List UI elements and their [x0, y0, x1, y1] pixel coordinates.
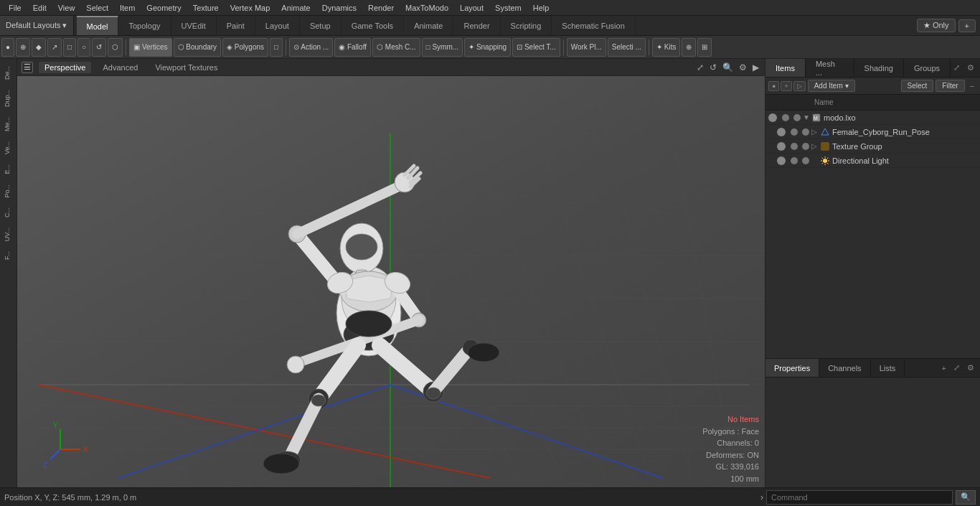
vis-dot2-texture[interactable]: [788, 143, 800, 150]
vis-dot-cyborg[interactable]: [777, 128, 786, 136]
tool-circle[interactable]: ○: [77, 38, 90, 57]
tab-layout[interactable]: Layout: [255, 16, 300, 35]
tool-square1[interactable]: □: [63, 38, 76, 57]
tool-polygons[interactable]: ◈ Polygons: [222, 38, 268, 57]
sidebar-tab-f[interactable]: F...: [1, 247, 16, 264]
filter-btn[interactable]: Filter: [936, 80, 964, 92]
expand-modo[interactable]: ▼: [803, 113, 811, 121]
tool-falloff[interactable]: ◉ Falloff: [334, 38, 371, 57]
tool-mode-square[interactable]: □: [270, 38, 283, 57]
tool-grid[interactable]: ⊞: [697, 38, 712, 57]
vis-dot2-light[interactable]: [788, 157, 800, 164]
menu-vertex-map[interactable]: Vertex Map: [225, 2, 276, 14]
tab-scripting[interactable]: Scripting: [501, 16, 552, 35]
menu-view[interactable]: View: [52, 2, 81, 14]
viewport[interactable]: ☰ Perspective Advanced Viewport Textures…: [17, 59, 765, 487]
add-layout-button[interactable]: +: [958, 19, 976, 32]
tool-select[interactable]: ◆: [32, 38, 46, 57]
item-texture-group[interactable]: ▷ Texture Group: [765, 139, 980, 154]
menu-texture[interactable]: Texture: [187, 2, 225, 14]
tool-select-t[interactable]: ⊡ Select T...: [512, 38, 560, 57]
menu-help[interactable]: Help: [527, 2, 555, 14]
tool-kits[interactable]: ✦ Kits: [652, 38, 680, 57]
tool-dot[interactable]: ●: [1, 38, 14, 57]
props-tab-channels[interactable]: Channels: [819, 359, 870, 377]
item-cyborg[interactable]: ▷ Female_Cyborg_Run_Pose: [765, 125, 980, 139]
vis-toggle-1[interactable]: ●: [768, 81, 779, 91]
menu-system[interactable]: System: [489, 2, 527, 14]
tool-action[interactable]: ⊙ Action ...: [289, 38, 333, 57]
vp-ctrl-expand[interactable]: ▶: [751, 61, 760, 74]
menu-select[interactable]: Select: [80, 2, 114, 14]
sidebar-tab-uv[interactable]: UV...: [1, 223, 16, 245]
sidebar-tab-c[interactable]: C...: [1, 203, 16, 222]
menu-file[interactable]: File: [3, 2, 27, 14]
tab-render[interactable]: Render: [453, 16, 500, 35]
vis-dot3-cyborg[interactable]: [800, 128, 811, 136]
vis-dot-light[interactable]: [777, 156, 786, 165]
star-only-button[interactable]: ★ Only: [917, 19, 956, 32]
sidebar-tab-e[interactable]: E...: [1, 160, 16, 179]
menu-edit[interactable]: Edit: [27, 2, 52, 14]
menu-dynamics[interactable]: Dynamics: [316, 2, 362, 14]
expand-cyborg[interactable]: ▷: [811, 128, 820, 136]
sidebar-tab-de[interactable]: De...: [1, 62, 16, 84]
props-add-btn[interactable]: +: [939, 362, 949, 374]
command-input[interactable]: [766, 490, 953, 505]
tab-setup[interactable]: Setup: [300, 16, 341, 35]
vis-dot3-texture[interactable]: [800, 143, 811, 150]
vis-toggle-2[interactable]: +: [781, 81, 791, 91]
tab-game-tools[interactable]: Game Tools: [341, 16, 405, 35]
tool-boundary[interactable]: ⬡ Boundary: [174, 38, 222, 57]
viewport-tab-textures[interactable]: Viewport Textures: [149, 62, 223, 73]
menu-geometry[interactable]: Geometry: [141, 2, 187, 14]
menu-item[interactable]: Item: [114, 2, 141, 14]
items-minus-btn[interactable]: −: [967, 80, 977, 92]
tool-selection[interactable]: Selecti ...: [608, 38, 646, 57]
tool-work-plane[interactable]: Work Pl...: [567, 38, 606, 57]
props-expand-icon[interactable]: ⤢: [951, 362, 963, 374]
tab-topology[interactable]: Topology: [118, 16, 171, 35]
items-list[interactable]: ▼ M modo.lxo ▷: [765, 111, 980, 358]
sidebar-tab-dup[interactable]: Dup...: [1, 85, 16, 111]
tool-mesh-c[interactable]: ⬡ Mesh C...: [372, 38, 420, 57]
layout-selector[interactable]: Default Layouts ▾: [0, 16, 74, 35]
vis-dot-modo[interactable]: [768, 113, 777, 122]
vis-dot2-modo[interactable]: [780, 114, 791, 121]
panel-tab-groups[interactable]: Groups: [904, 59, 951, 77]
item-modo-lxo[interactable]: ▼ M modo.lxo: [765, 111, 980, 125]
vis-dot3-modo[interactable]: [791, 114, 803, 121]
tool-add[interactable]: ⊕: [682, 38, 696, 57]
viewport-tab-advanced[interactable]: Advanced: [97, 62, 143, 73]
tool-symm[interactable]: □ Symm...: [422, 38, 463, 57]
props-settings-icon[interactable]: ⚙: [964, 362, 977, 374]
menu-maxtomodo[interactable]: MaxToModo: [400, 2, 454, 14]
tab-model[interactable]: Model: [77, 16, 119, 35]
vp-ctrl-search[interactable]: 🔍: [721, 61, 735, 74]
vis-toggle-3[interactable]: ▷: [793, 81, 806, 91]
tool-arrow[interactable]: ↗: [47, 38, 62, 57]
tab-uvedit[interactable]: UVEdit: [171, 16, 217, 35]
menu-layout[interactable]: Layout: [454, 2, 489, 14]
panel-tab-mesh[interactable]: Mesh ...: [806, 59, 854, 77]
sidebar-tab-po[interactable]: Po...: [1, 180, 16, 202]
panel-settings-icon[interactable]: ⚙: [964, 62, 977, 74]
menu-render[interactable]: Render: [362, 2, 400, 14]
panel-tab-shading[interactable]: Shading: [854, 59, 904, 77]
item-directional-light[interactable]: Directional Light: [765, 154, 980, 168]
tool-hex[interactable]: ⬡: [108, 38, 123, 57]
vis-dot2-cyborg[interactable]: [788, 128, 800, 136]
vp-ctrl-settings[interactable]: ⚙: [738, 61, 748, 74]
command-search-btn[interactable]: 🔍: [956, 490, 976, 505]
add-item-btn[interactable]: Add Item ▾: [808, 80, 855, 92]
tab-animate[interactable]: Animate: [404, 16, 453, 35]
tab-schematic-fusion[interactable]: Schematic Fusion: [552, 16, 635, 35]
props-tab-properties[interactable]: Properties: [765, 359, 819, 377]
props-tab-lists[interactable]: Lists: [871, 359, 905, 377]
expand-texture[interactable]: ▷: [811, 142, 820, 150]
tool-vertices[interactable]: ▣ Vertices: [129, 38, 171, 57]
tool-snapping[interactable]: ✦ Snapping: [464, 38, 511, 57]
tool-rotate[interactable]: ↺: [92, 38, 106, 57]
vp-ctrl-maximize[interactable]: ⤢: [695, 61, 705, 74]
panel-expand-icon[interactable]: ⤢: [951, 62, 963, 74]
